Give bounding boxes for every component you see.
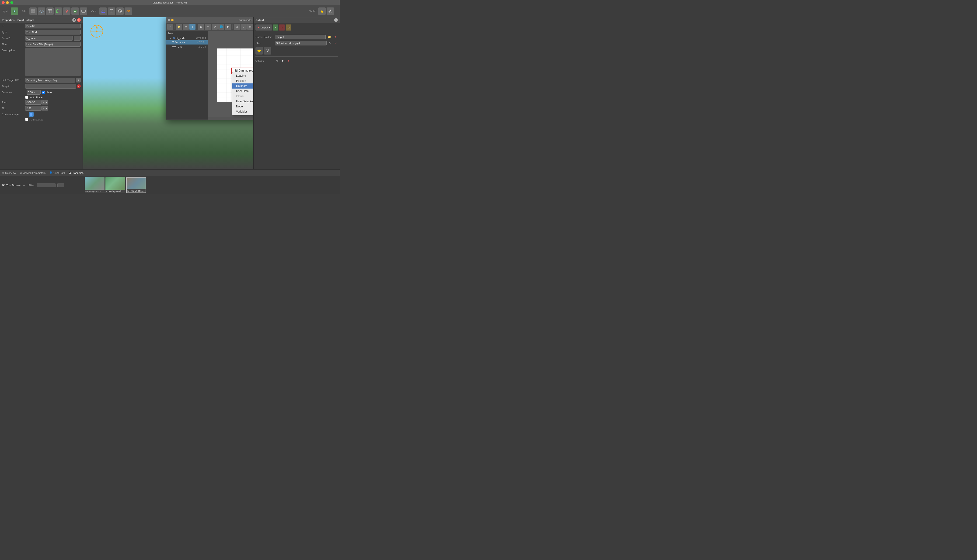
dropdown-node[interactable]: Node ▶ (233, 104, 253, 109)
output-add-button[interactable]: + (273, 25, 278, 30)
tab-user-data[interactable]: 👤 User Data (49, 170, 65, 175)
tab-overview-label: Overview (5, 172, 16, 174)
view-clock-icon[interactable] (116, 7, 124, 15)
target-select[interactable] (25, 84, 76, 88)
canvas-scrollbar-h[interactable] (208, 117, 253, 120)
output-output-button[interactable]: output ▾ (256, 25, 272, 30)
se-select-tool[interactable]: ↖ (167, 24, 173, 30)
dropdown-userdata[interactable]: User Data ▶ (233, 88, 253, 94)
se-grid-tool[interactable]: ⊞ (234, 24, 240, 30)
tab-overview[interactable]: ◉ Overview (2, 170, 16, 175)
view-binoculars-icon[interactable] (99, 7, 107, 15)
tree-item-line[interactable]: Line x-1,-33 (166, 45, 207, 49)
edit-grid-icon[interactable] (29, 7, 37, 15)
se-text-tool[interactable]: T (189, 24, 196, 30)
skin-id-input[interactable] (25, 36, 73, 40)
se-folder-tool[interactable]: 📁 (176, 24, 182, 30)
tilt-down-button[interactable]: ▼ (45, 106, 48, 111)
se-dots-tool[interactable]: ⁚ (241, 24, 247, 30)
output-publish-icon[interactable]: ⬆ (286, 58, 291, 63)
output-button-label: output (261, 26, 268, 29)
output-settings-icon[interactable]: ⚙ (275, 58, 280, 63)
tree-item-ht-node[interactable]: ▼ ⊕ ht_node x221,183 (166, 36, 207, 40)
se-circle-tool[interactable]: ◎ (247, 24, 253, 30)
tour-browser-header: 🗺 Tour Browser + Filter: (0, 176, 83, 194)
auto-checkbox[interactable] (42, 91, 45, 94)
tilt-input[interactable] (25, 106, 42, 111)
output-copy-button[interactable]: ⧉ (286, 25, 291, 30)
tour-thumb-1[interactable]: Departing Morzhovaya ... (85, 177, 104, 193)
edit-pin-icon[interactable] (63, 7, 70, 15)
tour-thumb-3[interactable]: KP-MB-Quiet-Moment ... (126, 177, 146, 193)
tilt-up-button[interactable]: ▲ (42, 106, 45, 111)
edit-table-icon[interactable] (46, 7, 54, 15)
view-eye-icon[interactable] (125, 7, 132, 15)
title-select[interactable]: User Data Title (Target) (25, 42, 81, 47)
auto-place-checkbox[interactable] (25, 96, 28, 99)
dropdown-position[interactable]: Position (233, 78, 253, 83)
output-skin-edit-icon[interactable]: ✎ (328, 41, 332, 45)
filter-input[interactable] (37, 183, 55, 187)
tour-browser-add-icon[interactable]: + (23, 184, 25, 187)
minimize-button[interactable] (6, 1, 9, 4)
se-hotspot-tool[interactable]: ⊕ (212, 24, 217, 30)
close-button[interactable] (2, 1, 5, 4)
svg-marker-11 (57, 9, 60, 13)
dropdown-position-label: Position (236, 79, 246, 82)
close-panel-button[interactable]: ✕ (77, 18, 81, 22)
filter-type-select[interactable] (57, 183, 64, 187)
output-folder-clear-icon[interactable]: 🗑 (333, 35, 338, 39)
view-clipboard-icon[interactable] (108, 7, 115, 15)
target-record-button[interactable]: ● (77, 84, 81, 88)
se-map-tool[interactable]: 🌐 (218, 24, 224, 30)
dropdown-variables[interactable]: Variables ▶ (233, 109, 253, 114)
description-input[interactable] (25, 48, 81, 76)
output-folder-input[interactable] (276, 35, 326, 39)
properties-panel: Properties – Point Hotspot ↺ ✕ ID: Type:… (0, 17, 83, 169)
output-folder-browse-icon[interactable]: 📁 (327, 35, 332, 39)
output-delete-button[interactable]: ✕ (279, 25, 285, 30)
output-skin-clear-icon[interactable]: ✕ (333, 41, 338, 45)
skin-id-select[interactable] (74, 36, 81, 40)
tree-icon-distance: T (172, 41, 174, 44)
se-rect-tool[interactable]: ▭ (183, 24, 189, 30)
tour-thumb-2[interactable]: Exploring Morzhovaya ... (105, 177, 125, 193)
link-url-select[interactable]: Departing Morzhovaya Bay (25, 78, 75, 82)
tools-star-icon[interactable] (318, 7, 326, 15)
output-star-icon[interactable] (256, 47, 263, 55)
output-gear-icon[interactable] (264, 47, 271, 55)
fullscreen-button[interactable] (10, 1, 13, 4)
skin-editor-close[interactable] (168, 19, 170, 21)
tilt-label: Tilt: (2, 107, 25, 110)
input-photo-icon[interactable] (11, 7, 18, 15)
dropdown-userdataproject[interactable]: User Data Project (233, 99, 253, 104)
id-input[interactable] (25, 24, 81, 28)
dropdown-hotspots[interactable]: Hotspots ▶ hotspot title: $(hs) hotspot … (233, 83, 253, 88)
link-url-browse-button[interactable]: ⊕ (76, 78, 81, 82)
se-crop-tool[interactable]: ✂ (205, 24, 211, 30)
tab-properties[interactable]: ⊞ Properties (69, 170, 84, 175)
type-select[interactable]: Tour Node (25, 30, 81, 35)
skin-editor-minimize[interactable] (171, 19, 174, 21)
pan-up-button[interactable]: ▲ (42, 100, 45, 105)
edit-gmaps-icon[interactable]: G (71, 7, 79, 15)
output-panel-reset[interactable]: ↺ (334, 18, 338, 22)
edit-map-icon[interactable] (55, 7, 62, 15)
pan-down-button[interactable]: ▼ (45, 100, 48, 105)
output-preview-icon[interactable]: ▶ (281, 58, 285, 63)
se-video-tool[interactable]: ▶ (225, 24, 231, 30)
distance-row: Distance: Auto (0, 89, 83, 95)
tools-gear-icon[interactable] (326, 7, 334, 15)
se-image-tool[interactable]: 🖼 (198, 24, 204, 30)
reset-button[interactable]: ↺ (72, 18, 76, 22)
edit-panorama-icon[interactable] (38, 7, 45, 15)
edit-film-icon[interactable] (80, 7, 87, 15)
custom-image-button[interactable] (29, 112, 33, 117)
output-skin-select[interactable]: $d/distance-test.ggsk (275, 41, 326, 45)
tree-item-distance[interactable]: T Distance x-77,-51 (166, 40, 207, 45)
tab-viewing-params[interactable]: ⊞ Viewing Parameters (20, 170, 45, 175)
dropdown-loading[interactable]: Loading ▶ (233, 73, 253, 78)
pan-input[interactable] (25, 100, 42, 105)
distorted-checkbox[interactable] (25, 118, 28, 121)
distance-input[interactable] (27, 90, 40, 95)
